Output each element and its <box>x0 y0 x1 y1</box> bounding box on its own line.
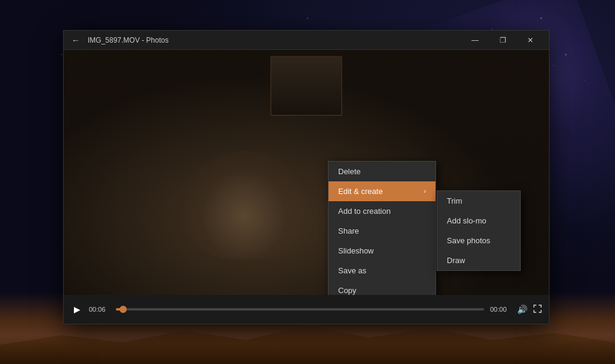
fullscreen-button[interactable] <box>533 305 542 315</box>
window-controls: — ❐ ✕ <box>461 31 544 50</box>
volume-button[interactable]: 🔊 <box>517 305 527 314</box>
context-menu-item-save-as[interactable]: Save as <box>329 261 435 281</box>
window-title: IMG_5897.MOV - Photos <box>88 36 461 44</box>
context-menu: Delete Edit & create › Add to creation S… <box>328 161 436 295</box>
time-total: 00:00 <box>490 306 511 313</box>
submenu-arrow-icon: › <box>424 188 426 195</box>
submenu-item-save-photos[interactable]: Save photos <box>437 231 520 250</box>
restore-button[interactable]: ❐ <box>489 31 517 50</box>
time-current: 00:06 <box>89 306 110 313</box>
submenu-item-trim[interactable]: Trim <box>437 191 520 211</box>
context-menu-item-delete[interactable]: Delete <box>329 162 435 181</box>
submenu: Trim Add slo-mo Save photos Draw <box>437 190 521 271</box>
context-menu-item-slideshow[interactable]: Slideshow <box>329 241 435 261</box>
title-bar: ← IMG_5897.MOV - Photos — ❐ ✕ <box>64 31 549 50</box>
close-button[interactable]: ✕ <box>517 31 544 50</box>
video-window-prop <box>270 56 342 116</box>
submenu-item-draw[interactable]: Draw <box>437 250 520 270</box>
progress-handle[interactable] <box>120 306 127 313</box>
back-button[interactable]: ← <box>68 33 83 47</box>
context-menu-item-add-creation[interactable]: Add to creation <box>329 201 435 221</box>
progress-bar[interactable] <box>116 308 484 311</box>
video-area: Delete Edit & create › Add to creation S… <box>64 50 549 295</box>
controls-bar: ▶ 00:06 00:00 🔊 <box>64 295 549 324</box>
app-window: ← IMG_5897.MOV - Photos — ❐ ✕ Delete Edi… <box>63 30 550 324</box>
context-menu-item-edit-create[interactable]: Edit & create › <box>329 181 435 201</box>
cat-silhouette <box>184 151 304 259</box>
context-menu-item-copy[interactable]: Copy <box>329 281 435 295</box>
submenu-item-add-slo-mo[interactable]: Add slo-mo <box>437 211 520 231</box>
play-button[interactable]: ▶ <box>71 303 83 315</box>
context-menu-item-share[interactable]: Share <box>329 221 435 241</box>
minimize-button[interactable]: — <box>461 31 489 50</box>
